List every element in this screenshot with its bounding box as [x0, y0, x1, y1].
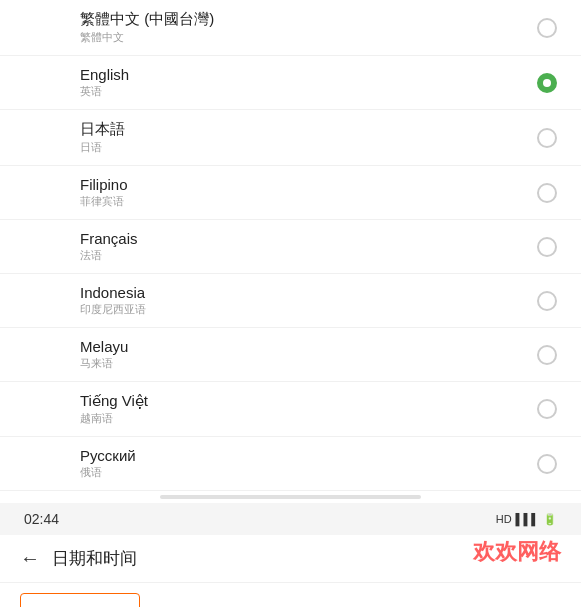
language-text: English 英语	[80, 66, 129, 99]
radio-button-traditional-chinese[interactable]	[537, 18, 557, 38]
datetime-section: ← 日期和时间 24 小时制 使用网络提供的时间 时区 夏威夷-阿留申夏令时间 …	[0, 535, 581, 607]
status-bar: 02:44 HD ▌▌▌ 🔋	[0, 503, 581, 535]
language-item-vietnamese[interactable]: Tiếng Việt 越南语	[0, 382, 581, 437]
radio-button-russian[interactable]	[537, 454, 557, 474]
language-name: Filipino	[80, 176, 128, 193]
radio-button-filipino[interactable]	[537, 183, 557, 203]
back-arrow-icon[interactable]: ←	[20, 547, 40, 570]
language-native: 英语	[80, 84, 129, 99]
language-name: 繁體中文 (中國台灣)	[80, 10, 214, 29]
language-name: Tiếng Việt	[80, 392, 148, 410]
language-native: 法语	[80, 248, 138, 263]
language-text: 日本語 日语	[80, 120, 125, 155]
language-item-indonesia[interactable]: Indonesia 印度尼西亚语	[0, 274, 581, 328]
language-native: 菲律宾语	[80, 194, 128, 209]
language-item-japanese[interactable]: 日本語 日语	[0, 110, 581, 166]
language-item-traditional-chinese[interactable]: 繁體中文 (中國台灣) 繁體中文	[0, 0, 581, 56]
language-name: 日本語	[80, 120, 125, 139]
language-section: 繁體中文 (中國台灣) 繁體中文 English 英语 日本語 日语 Filip…	[0, 0, 581, 503]
language-name: English	[80, 66, 129, 83]
battery-icon: 🔋	[543, 513, 557, 526]
status-time: 02:44	[24, 511, 59, 527]
language-name: Русский	[80, 447, 136, 464]
language-native: 印度尼西亚语	[80, 302, 146, 317]
language-text: Melayu 马来语	[80, 338, 128, 371]
language-text: Indonesia 印度尼西亚语	[80, 284, 146, 317]
language-item-russian[interactable]: Русский 俄语	[0, 437, 581, 491]
language-item-filipino[interactable]: Filipino 菲律宾语	[0, 166, 581, 220]
screen: 繁體中文 (中國台灣) 繁體中文 English 英语 日本語 日语 Filip…	[0, 0, 581, 607]
language-item-malay[interactable]: Melayu 马来语	[0, 328, 581, 382]
language-text: Tiếng Việt 越南语	[80, 392, 148, 426]
language-name: Melayu	[80, 338, 128, 355]
language-name: Français	[80, 230, 138, 247]
language-text: Filipino 菲律宾语	[80, 176, 128, 209]
language-item-french[interactable]: Français 法语	[0, 220, 581, 274]
datetime-title: 日期和时间	[52, 547, 137, 570]
language-native: 越南语	[80, 411, 148, 426]
hd-label: HD	[496, 513, 512, 525]
radio-button-french[interactable]	[537, 237, 557, 257]
status-icons: HD ▌▌▌ 🔋	[496, 513, 557, 526]
language-native: 日语	[80, 140, 125, 155]
radio-button-indonesia[interactable]	[537, 291, 557, 311]
radio-button-english[interactable]	[537, 73, 557, 93]
radio-button-vietnamese[interactable]	[537, 399, 557, 419]
language-text: Русский 俄语	[80, 447, 136, 480]
language-native: 俄语	[80, 465, 136, 480]
language-native: 马来语	[80, 356, 128, 371]
language-text: Français 法语	[80, 230, 138, 263]
language-text: 繁體中文 (中國台灣) 繁體中文	[80, 10, 214, 45]
search-input[interactable]	[20, 593, 140, 607]
radio-button-japanese[interactable]	[537, 128, 557, 148]
scroll-indicator	[160, 495, 421, 499]
language-native: 繁體中文	[80, 30, 214, 45]
language-item-english[interactable]: English 英语	[0, 56, 581, 110]
language-name: Indonesia	[80, 284, 146, 301]
signal-bars-icon: ▌▌▌	[516, 513, 539, 525]
datetime-header: ← 日期和时间	[0, 535, 581, 583]
radio-button-malay[interactable]	[537, 345, 557, 365]
search-box-container	[0, 583, 581, 607]
